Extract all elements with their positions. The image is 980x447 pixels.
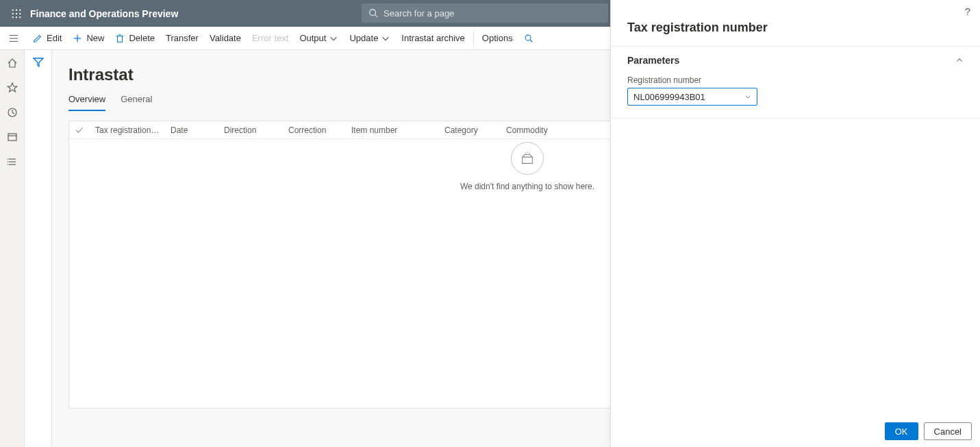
page-title: Intrastat: [68, 65, 594, 84]
svg-point-4: [16, 12, 17, 14]
cancel-button[interactable]: Cancel: [924, 422, 972, 440]
column-correction[interactable]: Correction: [283, 125, 346, 135]
main-content: Intrastat Overview General Tax registrat…: [52, 50, 610, 447]
svg-point-9: [370, 10, 376, 16]
parameters-section-header[interactable]: Parameters: [627, 55, 964, 66]
delete-button[interactable]: Delete: [110, 27, 160, 49]
svg-line-10: [375, 15, 378, 18]
column-tax-registration[interactable]: Tax registration num...: [90, 125, 165, 135]
svg-point-2: [19, 9, 21, 10]
clock-icon: [7, 107, 18, 118]
home-nav[interactable]: [6, 57, 18, 69]
svg-point-32: [529, 153, 529, 154]
svg-point-0: [12, 9, 14, 10]
home-icon: [7, 58, 18, 69]
svg-point-28: [7, 161, 8, 162]
svg-point-1: [16, 9, 17, 10]
app-launcher-button[interactable]: [7, 4, 26, 23]
registration-number-label: Registration number: [627, 75, 964, 85]
column-select-all[interactable]: [69, 126, 90, 134]
check-icon: [75, 126, 84, 134]
svg-rect-22: [8, 134, 16, 141]
column-date[interactable]: Date: [165, 125, 218, 135]
new-button[interactable]: New: [67, 27, 110, 49]
top-navbar: Finance and Operations Preview Search fo…: [0, 0, 610, 27]
workspaces-nav[interactable]: [6, 131, 18, 143]
funnel-icon: [33, 57, 44, 68]
svg-point-7: [16, 16, 17, 18]
svg-point-27: [7, 158, 8, 160]
modules-nav[interactable]: [6, 156, 18, 168]
dialog-footer: OK Cancel: [877, 415, 980, 447]
box-icon: [520, 151, 535, 166]
error-text-button: Error text: [247, 27, 294, 49]
svg-point-8: [19, 16, 21, 18]
pencil-icon: [33, 34, 42, 43]
registration-number-select[interactable]: NL006999943B01: [627, 88, 757, 106]
svg-point-6: [12, 16, 14, 18]
chevron-down-icon: [744, 93, 751, 100]
svg-rect-16: [118, 36, 123, 42]
star-icon: [7, 82, 18, 93]
validate-button[interactable]: Validate: [204, 27, 247, 49]
filter-pane: [25, 50, 52, 447]
output-menu[interactable]: Output: [294, 27, 344, 49]
update-menu[interactable]: Update: [344, 27, 396, 49]
column-category[interactable]: Category: [439, 125, 501, 135]
chevron-up-icon: [955, 56, 964, 64]
nav-toggle-button[interactable]: [4, 29, 23, 48]
tab-general[interactable]: General: [121, 94, 152, 111]
dialog-title: Tax registration number: [611, 0, 980, 46]
filter-toggle[interactable]: [33, 57, 44, 447]
workspace-icon: [7, 132, 18, 143]
svg-point-29: [7, 164, 8, 165]
registration-number-value: NL006999943B01: [633, 92, 705, 102]
search-icon: [524, 34, 533, 43]
transfer-button[interactable]: Transfer: [160, 27, 204, 49]
left-rail: [0, 50, 25, 447]
intrastat-archive-button[interactable]: Intrastat archive: [396, 27, 470, 49]
column-item-number[interactable]: Item number: [346, 125, 439, 135]
svg-point-31: [527, 152, 527, 153]
chevron-down-icon: [381, 34, 390, 43]
help-button[interactable]: ?: [965, 5, 970, 17]
options-button[interactable]: Options: [477, 27, 518, 49]
tab-row: Overview General: [68, 94, 594, 111]
grid-header: Tax registration num... Date Direction C…: [69, 121, 610, 139]
data-grid: Tax registration num... Date Direction C…: [68, 121, 610, 409]
svg-point-3: [12, 12, 14, 14]
find-button[interactable]: [518, 27, 539, 49]
recent-nav[interactable]: [6, 106, 18, 119]
svg-line-20: [530, 40, 532, 42]
empty-message: We didn't find anything to show here.: [460, 182, 594, 191]
ok-button[interactable]: OK: [885, 422, 918, 440]
tab-overview[interactable]: Overview: [68, 94, 105, 111]
search-icon: [368, 8, 378, 18]
plus-icon: [73, 34, 82, 43]
parameters-section: Parameters Registration number NL0069999…: [611, 46, 980, 119]
hamburger-icon: [9, 34, 18, 43]
waffle-icon: [12, 9, 21, 19]
svg-point-19: [525, 35, 531, 40]
grid-empty-state: We didn't find anything to show here.: [69, 142, 610, 191]
empty-icon: [511, 142, 544, 175]
edit-button[interactable]: Edit: [27, 27, 67, 49]
separator: [473, 31, 474, 46]
command-bar: Edit New Delete Transfer Validate Error …: [0, 27, 610, 50]
dialog-panel: ? Tax registration number Parameters Reg…: [610, 0, 980, 447]
global-search-input[interactable]: Search for a page: [362, 3, 608, 23]
search-placeholder: Search for a page: [384, 8, 454, 19]
svg-point-30: [525, 153, 526, 154]
chevron-down-icon: [329, 34, 338, 43]
app-title: Finance and Operations Preview: [30, 8, 178, 19]
favorites-nav[interactable]: [6, 82, 18, 94]
list-icon: [7, 156, 18, 167]
svg-point-5: [19, 12, 21, 14]
column-commodity[interactable]: Commodity: [501, 125, 583, 135]
trash-icon: [115, 34, 125, 43]
column-direction[interactable]: Direction: [218, 125, 283, 135]
